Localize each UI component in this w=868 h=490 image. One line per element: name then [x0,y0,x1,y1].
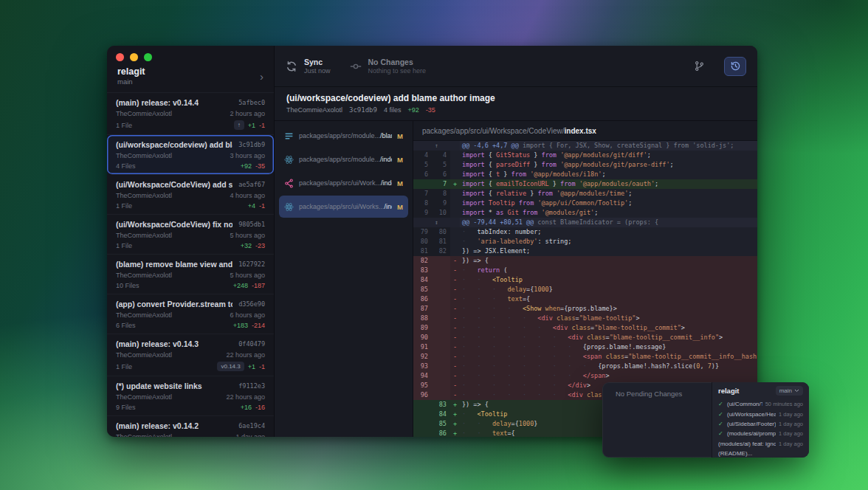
expand-hunk-icon[interactable]: ↑ [413,141,460,151]
overlay-commit-item[interactable]: ✓(ui/Common/T...50 minutes ago [712,399,809,409]
diff-line-del: 86-· · · text={ [413,294,757,304]
new-line-number [432,294,450,304]
diff-marker [450,170,460,179]
commit-item[interactable]: (ui/Workspace/CodeView) fix not s...9805… [107,215,274,255]
diff-line-ctx: 8081· 'aria-labeledby': string; [413,237,757,246]
overlay-commit-item[interactable]: ✓(ui/Sidebar/Footer) ...1 day ago [712,419,809,429]
commit-item[interactable]: (main) release: v0.14.26ae19c4TheCommieA… [107,416,274,437]
commit-time: 1 day ago [235,433,265,437]
commit-file-count: 1 File [116,202,132,210]
history-button[interactable] [724,57,746,76]
diff-line-del: 85-· · · delay={1000} [413,285,757,294]
minimize-button[interactable] [130,53,138,61]
diff-line-ctx: 89import Tooltip from '@app/ui/Common/To… [413,199,757,208]
commit-deletions: -1 [259,122,265,129]
commit-deletions: -214 [252,322,265,329]
old-line-number [413,419,432,429]
file-status-modified: M [397,132,403,140]
commit-item[interactable]: (app) convert Provider.stream to As...d3… [107,294,274,334]
diff-marker: + [450,410,460,419]
old-line-number: 90 [413,333,432,342]
expand-hunk-icon[interactable]: ↕ [413,218,460,227]
file-list-item[interactable]: packages/app/src/module.../blame...M [279,125,408,147]
diff-marker: - [450,275,460,285]
commit-item[interactable]: (ui/workspace/codeview) add blam...3c91d… [107,135,274,175]
file-directory: packages/app/src/module... [299,156,380,163]
commit-item[interactable]: (ui/Workspace/CodeView) add size ...ae5a… [107,175,274,215]
commit-time: 6 hours ago [230,311,265,319]
overlay-commit-item[interactable]: (README)... [712,449,809,458]
repository-selector[interactable]: relagit main › [107,65,274,92]
commit-item[interactable]: (main) release: v0.14.45afbec0TheCommieA… [107,93,274,135]
diff-code: }) => { [460,256,757,266]
file-status-modified: M [397,203,403,211]
old-line-number: 7 [413,189,432,199]
commit-time: 3 hours ago [230,152,265,159]
old-line-number: 8 [413,199,432,208]
window-controls [107,46,274,65]
commit-item[interactable]: (main) release: v0.14.30f40479TheCommieA… [107,334,274,376]
new-line-number: 85 [432,419,450,429]
commit-hash: 9805db1 [238,221,265,228]
main-panel: Sync Just now No Changes Nothing to see … [275,46,757,437]
diff-marker: - [450,314,460,323]
old-line-number: 81 [413,246,432,256]
old-line-number: 86 [413,294,432,304]
overlay-commit-item[interactable]: ✓(ui/Workspace/Hea...1 day ago [712,409,809,418]
commit-title: (*) update website links [116,382,202,390]
file-list-item[interactable]: packages/app/src/module.../index...M [279,148,408,170]
commit-additions: +1 [248,122,255,129]
new-line-number: 83 [432,400,450,410]
diff-code: · · · · · · · · </span> [460,371,757,381]
overlay-commit-time: 1 day ago [779,430,803,437]
diff-code: · · · · · · · · <span class="blame-toolt… [460,352,757,362]
commit-details-author: TheCommieAxolotl [286,106,342,114]
file-name: /inde... [384,203,392,210]
commit-author: TheCommieAxolotl [116,110,172,117]
diff-code: · · · · <Show when={props.blame}> [460,304,757,314]
relagit-main-window: relagit main › (main) release: v0.14.45a… [107,46,757,437]
version-tag-badge: v0.14.3 [217,362,244,371]
zoom-button[interactable] [144,53,152,61]
commit-author: TheCommieAxolotl [116,393,172,401]
diff-marker: - [450,362,460,371]
secondary-branch-dropdown[interactable]: main [776,386,803,396]
commit-additions: +32 [241,242,252,249]
overlay-commit-label: (ui/Workspace/Hea... [727,411,776,418]
overlay-commit-item[interactable]: (modules/ai) feat: ignor...1 day ago [712,439,809,449]
no-changes-label: No Changes [368,58,427,66]
diff-line-del: 91-· · · · · · · · {props.blame!.message… [413,342,757,352]
new-line-number [432,266,450,275]
sync-button[interactable]: Sync Just now [286,58,331,75]
commit-title: (blame) remove blame view and ad... [116,260,232,269]
diff-line-del: 83-· return ( [413,266,757,275]
no-changes-status: No Changes Nothing to see here [350,58,427,75]
overlay-commit-item[interactable]: ✓(modules/ai/prompt...1 day ago [712,429,809,438]
new-line-number: 6 [432,170,450,179]
branch-button[interactable] [694,61,705,72]
file-list-item[interactable]: packages/app/src/ui/Work.../inde...M [279,172,408,194]
overlay-commit-time: 1 day ago [779,421,803,427]
commit-file-count: 10 Files [116,282,140,289]
diff-line-ctx: 55import { parseDiff } from '@app/module… [413,160,757,170]
file-list-item[interactable]: packages/app/src/ui/Works.../inde...M [279,196,408,218]
commit-deletions: -16 [255,404,265,411]
close-button[interactable] [116,53,124,61]
diff-code: · · · · · · · <div class="blame-tooltip_… [460,333,757,342]
diff-code: import { emailToIconURL } from '@app/mod… [460,179,757,189]
commit-title: (main) release: v0.14.4 [116,98,199,107]
commit-additions: +183 [233,322,248,329]
diff-code: · · · text={ [460,294,757,304]
commit-item[interactable]: (blame) remove blame view and ad...16279… [107,255,274,294]
commit-item[interactable]: (*) update website linksf9112e3TheCommie… [107,376,274,416]
commit-additions: +92 [241,162,252,170]
diff-marker: + [450,400,460,410]
diff-line-ctx: 910import * as Git from '@modules/git'; [413,208,757,218]
no-changes-text: No Changes Nothing to see here [368,58,427,75]
diff-line-del: 94-· · · · · · · · </span> [413,371,757,381]
branch-name: main [117,77,145,86]
sync-sublabel: Just now [304,67,331,75]
commit-deletions: -1 [259,202,265,210]
diff-code: · · · · · · · · · {props.blame!.hash?.sl… [460,362,757,371]
secondary-branch-name: main [779,387,792,394]
